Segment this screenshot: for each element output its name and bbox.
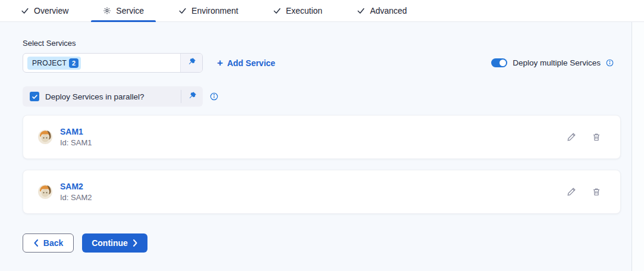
services-multiselect-input[interactable]: PROJECT 2 bbox=[23, 53, 203, 73]
edit-service-button[interactable] bbox=[567, 187, 576, 197]
tab-execution[interactable]: Execution bbox=[261, 0, 334, 21]
gear-icon bbox=[103, 7, 111, 15]
parallel-checkbox[interactable] bbox=[30, 92, 39, 101]
services-input-field[interactable]: PROJECT 2 bbox=[23, 54, 180, 72]
tab-advanced[interactable]: Advanced bbox=[345, 0, 419, 21]
info-icon[interactable] bbox=[606, 59, 614, 67]
edit-service-button[interactable] bbox=[567, 132, 576, 142]
select-services-label: Select Services bbox=[23, 39, 621, 48]
chevron-right-icon bbox=[133, 239, 138, 247]
tab-service[interactable]: Service bbox=[91, 0, 156, 21]
check-icon bbox=[357, 7, 365, 15]
parallel-label: Deploy Services in parallel? bbox=[45, 92, 181, 101]
service-id: Id: SAM2 bbox=[60, 193, 92, 202]
back-button-label: Back bbox=[43, 238, 63, 248]
service-id: Id: SAM1 bbox=[60, 138, 92, 147]
chevron-left-icon bbox=[33, 239, 39, 247]
toggle-knob bbox=[500, 60, 506, 66]
service-avatar-icon bbox=[37, 184, 53, 200]
tab-label: Environment bbox=[191, 6, 238, 15]
deploy-multiple-label: Deploy multiple Services bbox=[513, 58, 601, 67]
service-avatar-icon bbox=[37, 129, 53, 145]
pin-checkbox-button[interactable] bbox=[181, 91, 203, 102]
chip-count-badge: 2 bbox=[69, 58, 78, 68]
back-button[interactable]: Back bbox=[23, 233, 74, 253]
chip-label: PROJECT bbox=[32, 59, 67, 67]
check-icon bbox=[178, 7, 187, 15]
project-chip[interactable]: PROJECT 2 bbox=[27, 57, 81, 70]
delete-service-button[interactable] bbox=[592, 132, 601, 142]
pin-input-button[interactable] bbox=[180, 54, 202, 72]
wizard-footer: Back Continue bbox=[23, 233, 621, 253]
service-config-panel: Select Services PROJECT 2 + Add Service bbox=[0, 22, 632, 271]
tab-label: Advanced bbox=[370, 6, 407, 15]
delete-service-button[interactable] bbox=[592, 187, 601, 197]
add-service-button[interactable]: + Add Service bbox=[217, 58, 275, 68]
continue-button[interactable]: Continue bbox=[82, 233, 147, 253]
tab-label: Overview bbox=[34, 6, 68, 15]
tab-environment[interactable]: Environment bbox=[167, 0, 250, 21]
add-service-label: Add Service bbox=[227, 58, 275, 68]
deploy-multiple-toggle-group: Deploy multiple Services bbox=[491, 58, 621, 67]
check-icon bbox=[21, 7, 29, 15]
check-icon bbox=[273, 7, 281, 15]
wizard-tab-bar: Overview Service Environment Execution A… bbox=[0, 0, 644, 22]
service-name-link[interactable]: SAM1 bbox=[60, 127, 92, 136]
tab-label: Service bbox=[116, 6, 144, 15]
service-card-list: SAM1 Id: SAM1 bbox=[23, 115, 621, 214]
service-card-sam2: SAM2 Id: SAM2 bbox=[23, 170, 621, 214]
continue-button-label: Continue bbox=[92, 238, 128, 248]
info-icon[interactable] bbox=[210, 92, 218, 101]
pushpin-icon bbox=[187, 57, 196, 68]
plus-icon: + bbox=[217, 58, 223, 68]
deploy-multiple-toggle[interactable] bbox=[491, 58, 507, 67]
tab-overview[interactable]: Overview bbox=[9, 0, 80, 21]
parallel-checkbox-row: Deploy Services in parallel? bbox=[23, 86, 203, 107]
service-name-link[interactable]: SAM2 bbox=[60, 182, 92, 191]
tab-label: Execution bbox=[286, 6, 322, 15]
pushpin-icon bbox=[188, 91, 197, 102]
service-card-sam1: SAM1 Id: SAM1 bbox=[23, 115, 621, 159]
